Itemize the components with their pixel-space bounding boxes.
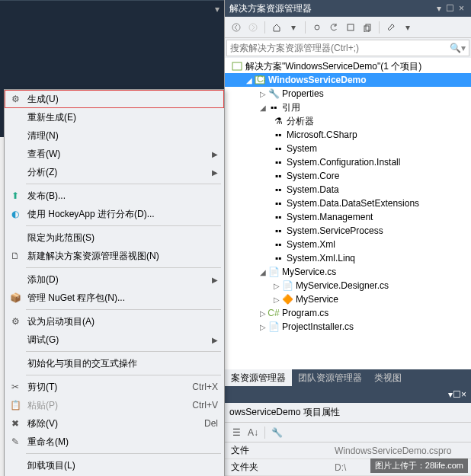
categorize-icon[interactable]: ☰ <box>229 426 243 439</box>
menu-hockeyapp[interactable]: ◐使用 HockeyApp 进行分布(D)... <box>5 205 224 223</box>
menu-nuget[interactable]: 📦管理 NuGet 程序包(N)... <box>5 289 224 307</box>
menu-add[interactable]: 添加(D)▶ <box>5 270 224 289</box>
showall-icon[interactable] <box>360 21 374 34</box>
properties-subject: owsServiceDemo 项目属性 <box>225 403 471 423</box>
properties-titlebar: x ▾ ☐ × <box>225 386 471 403</box>
expand-icon[interactable]: ▷ <box>258 90 268 98</box>
ref-node[interactable]: ▪▪System.Data <box>225 183 471 196</box>
reference-icon: ▪▪ <box>272 184 284 195</box>
menu-interactive[interactable]: 初始化与项目的交互式操作 <box>5 354 224 372</box>
wrench-icon[interactable]: 🔧 <box>270 426 284 439</box>
context-menu: ⚙生成(U) 重新生成(E) 清理(N) 查看(W)▶ 分析(Z)▶ ⬆发布(B… <box>4 89 225 476</box>
ref-node[interactable]: ▪▪Microsoft.CSharp <box>225 128 471 142</box>
search-box[interactable]: 🔍 ▾ <box>226 40 469 56</box>
ref-node[interactable]: ▪▪System.Core <box>225 169 471 183</box>
dropdown-icon[interactable]: ▾ <box>287 21 300 34</box>
separator <box>305 21 306 34</box>
menu-new-view[interactable]: 🗋新建解决方案资源管理器视图(N) <box>5 247 224 265</box>
search-input[interactable] <box>230 43 450 53</box>
pin-icon[interactable]: ☐ <box>453 389 461 400</box>
separator <box>264 426 265 439</box>
back-icon[interactable] <box>229 21 243 34</box>
reference-icon: ▪▪ <box>272 225 284 236</box>
cs-file-icon: 📄 <box>268 267 280 277</box>
menu-debug[interactable]: 调试(G)▶ <box>5 331 224 349</box>
paste-icon: 📋 <box>9 400 21 411</box>
menu-analyze[interactable]: 分析(Z)▶ <box>5 163 224 181</box>
ref-node[interactable]: ▪▪System.Management <box>225 210 471 224</box>
tree-node[interactable]: ⚗分析器 <box>225 114 471 128</box>
sync-icon[interactable] <box>310 21 324 34</box>
expand-icon[interactable]: ◢ <box>258 104 268 112</box>
expand-icon[interactable]: ◢ <box>245 76 254 85</box>
refresh-icon[interactable] <box>327 21 341 34</box>
property-value: WindowsServiceDemo.cspro <box>332 446 471 456</box>
file-node[interactable]: ▷📄ProjectInstaller.cs <box>225 320 471 334</box>
solution-node[interactable]: 解决方案"WindowsServiceDemo"(1 个项目) <box>225 59 471 73</box>
analyzer-icon: ⚗ <box>272 116 284 126</box>
solution-tree[interactable]: 解决方案"WindowsServiceDemo"(1 个项目) ◢C#Windo… <box>225 58 471 369</box>
reference-icon: ▪▪ <box>272 239 284 250</box>
search-icon[interactable]: 🔍 <box>450 43 461 53</box>
collapse-icon[interactable] <box>344 21 357 34</box>
menu-publish[interactable]: ⬆发布(B)... <box>5 187 224 205</box>
project-node[interactable]: ◢C#WindowsServiceDemo <box>225 73 471 87</box>
solution-icon <box>231 61 243 72</box>
expand-icon[interactable]: ▷ <box>272 282 281 290</box>
sort-icon[interactable]: A↓ <box>246 426 260 439</box>
property-key: 文件 <box>225 444 332 457</box>
svg-rect-4 <box>364 26 369 32</box>
menu-paste[interactable]: 📋粘贴(P)Ctrl+V <box>5 396 224 414</box>
file-node[interactable]: ▷📄MyService.Designer.cs <box>225 279 471 292</box>
expand-icon[interactable]: ▷ <box>272 296 281 304</box>
separator <box>379 21 380 34</box>
tab-team-explorer[interactable]: 团队资源管理器 <box>292 369 368 386</box>
tab-solution-explorer[interactable]: 案资源管理器 <box>225 369 292 386</box>
ref-node[interactable]: ▪▪System.Xml.Linq <box>225 251 471 265</box>
dropdown-icon[interactable]: ▾ <box>461 43 466 53</box>
file-node[interactable]: ◢📄MyService.cs <box>225 265 471 279</box>
ref-node[interactable]: ▪▪System.Configuration.Install <box>225 155 471 169</box>
svg-text:C#: C# <box>257 75 265 85</box>
dropdown-icon[interactable]: ▾ <box>401 21 415 34</box>
menu-clean[interactable]: 清理(N) <box>5 126 224 145</box>
home-icon[interactable] <box>270 21 284 34</box>
wrench-icon[interactable] <box>384 21 398 34</box>
menu-rebuild[interactable]: 重新生成(E) <box>5 108 224 126</box>
menu-separator <box>26 453 221 454</box>
pin-icon[interactable]: ☐ <box>444 3 457 14</box>
references-icon: ▪▪ <box>268 102 280 113</box>
close-icon[interactable]: × <box>461 389 466 400</box>
close-icon[interactable]: × <box>457 3 466 14</box>
ref-node[interactable]: ▪▪System.ServiceProcess <box>225 224 471 238</box>
cs-file-icon: 📄 <box>268 321 280 332</box>
svg-rect-3 <box>366 24 370 30</box>
menu-rename[interactable]: ✎重命名(M) <box>5 433 224 451</box>
menu-scope[interactable]: 限定为此范围(S) <box>5 228 224 247</box>
expand-icon[interactable]: ▷ <box>258 309 268 318</box>
shortcut: Del <box>204 418 218 429</box>
menu-cut[interactable]: ✂剪切(T)Ctrl+X <box>5 378 224 396</box>
svg-point-1 <box>249 24 257 31</box>
menu-build[interactable]: ⚙生成(U) <box>5 90 224 108</box>
ref-node[interactable]: ▪▪System <box>225 142 471 155</box>
forward-icon[interactable] <box>246 21 260 34</box>
menu-view[interactable]: 查看(W)▶ <box>5 145 224 163</box>
menu-remove[interactable]: ✖移除(V)Del <box>5 414 224 433</box>
ref-node[interactable]: ▪▪System.Xml <box>225 238 471 251</box>
chevron-down-icon[interactable]: ▾ <box>215 4 219 14</box>
menu-separator <box>26 309 221 310</box>
tab-class-view[interactable]: 类视图 <box>368 369 408 386</box>
property-row[interactable]: 文件WindowsServiceDemo.cspro <box>225 442 471 459</box>
expand-icon[interactable]: ▷ <box>258 323 268 331</box>
dropdown-icon[interactable]: ▾ <box>434 3 444 14</box>
menu-startup[interactable]: ⚙设为启动项目(A) <box>5 312 224 331</box>
ref-node[interactable]: ▪▪System.Data.DataSetExtensions <box>225 196 471 210</box>
tree-node[interactable]: ◢▪▪引用 <box>225 101 471 114</box>
tree-node[interactable]: ▷🔧Properties <box>225 87 471 101</box>
reference-icon: ▪▪ <box>272 253 284 264</box>
file-node[interactable]: ▷C#Program.cs <box>225 306 471 320</box>
expand-icon[interactable]: ◢ <box>258 268 268 276</box>
menu-unload[interactable]: 卸载项目(L) <box>5 456 224 474</box>
file-node[interactable]: ▷🔶MyService <box>225 292 471 306</box>
